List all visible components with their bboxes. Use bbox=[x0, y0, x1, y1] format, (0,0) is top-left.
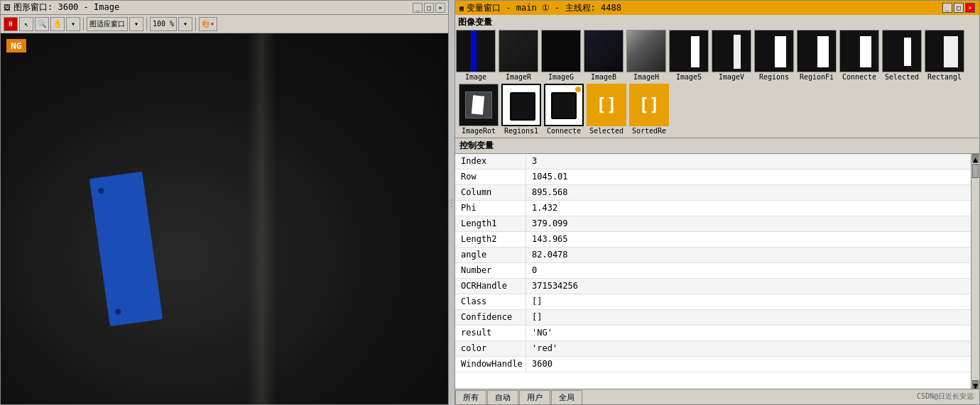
scroll-down-arrow[interactable]: ▼ bbox=[972, 380, 979, 389]
minimize-button[interactable]: _ bbox=[413, 3, 423, 13]
thumb-item-rectangl[interactable]: Rectangl bbox=[924, 30, 965, 81]
watermark: CSDN@日近长安远 bbox=[917, 392, 974, 401]
panel-divider[interactable] bbox=[449, 0, 454, 405]
thumb-img-imageH bbox=[626, 30, 666, 72]
var-value-class: [] bbox=[526, 294, 971, 309]
thumb-img-connecte2 bbox=[544, 84, 584, 126]
thumb-img-image bbox=[456, 30, 496, 72]
thumb-label-selected2: Selected bbox=[589, 127, 624, 135]
thumb-img-imageRot bbox=[459, 84, 499, 126]
var-name-length1: Length1 bbox=[455, 216, 526, 231]
thumb-label-imageV: ImageV bbox=[719, 73, 744, 81]
thumb-item-imageB[interactable]: ImageB bbox=[583, 30, 624, 81]
fit-dropdown[interactable]: ▾ bbox=[129, 17, 143, 31]
thumb-img-selected1 bbox=[882, 30, 922, 72]
right-minimize-button[interactable]: _ bbox=[942, 3, 952, 13]
right-maximize-button[interactable]: □ bbox=[954, 3, 964, 13]
var-row-confidence: Confidence [] bbox=[455, 310, 971, 326]
thumb-item-connecte2[interactable]: Connecte bbox=[543, 84, 584, 135]
thumb-item-imageRot[interactable]: ImageRot bbox=[458, 84, 499, 135]
thumb-label-imageS: ImageS bbox=[676, 73, 702, 81]
thumb-item-selected1[interactable]: Selected bbox=[881, 30, 922, 81]
thumb-item-selected2[interactable]: [] Selected bbox=[586, 84, 627, 135]
var-name-phi: Phi bbox=[455, 201, 526, 216]
zoom-display[interactable]: 100 % bbox=[150, 17, 177, 31]
thumb-label-image: Image bbox=[465, 73, 486, 81]
thumb-item-regions[interactable]: Regions bbox=[753, 30, 795, 81]
tab-user[interactable]: 用户 bbox=[519, 390, 550, 404]
var-value-row: 1045.01 bbox=[526, 170, 971, 184]
var-row-index: Index 3 bbox=[455, 154, 971, 170]
zoom-dropdown[interactable]: ▾ bbox=[178, 17, 192, 31]
right-window-title: 变量窗口 - main ① - 主线程: 4488 bbox=[467, 2, 621, 14]
thumb-item-imageR[interactable]: ImageR bbox=[498, 30, 539, 81]
thumb-img-imageV bbox=[712, 30, 751, 72]
thumb-label-regionFi: RegionFi bbox=[800, 73, 834, 81]
var-row-phi: Phi 1.432 bbox=[455, 201, 971, 216]
var-value-number: 0 bbox=[526, 263, 971, 278]
thumb-item-sortedRe[interactable]: [] SortedRe bbox=[628, 84, 670, 135]
thumb-img-regions1 bbox=[501, 84, 541, 126]
thumb-item-connecte1[interactable]: Connecte bbox=[839, 30, 880, 81]
thumb-img-selected2: [] bbox=[587, 84, 626, 126]
var-name-ocrhandle: OCRHandle bbox=[455, 279, 526, 294]
thumb-item-imageG[interactable]: ImageG bbox=[540, 30, 582, 81]
pointer-tool[interactable]: ↖ bbox=[19, 17, 33, 31]
var-name-angle: angle bbox=[455, 248, 526, 262]
tab-auto[interactable]: 自动 bbox=[487, 390, 518, 404]
separator3 bbox=[195, 18, 196, 30]
var-value-phi: 1.432 bbox=[526, 201, 971, 216]
more-tools[interactable]: ▾ bbox=[66, 17, 80, 31]
blue-component bbox=[89, 172, 162, 326]
var-name-class: Class bbox=[455, 294, 526, 309]
maximize-button[interactable]: □ bbox=[424, 3, 434, 13]
thumb-item-regionFi[interactable]: RegionFi bbox=[796, 30, 837, 81]
scrollbar[interactable]: ▲ ▼ bbox=[971, 154, 979, 389]
var-name-row: Row bbox=[455, 170, 526, 184]
var-value-color: 'red' bbox=[526, 341, 971, 356]
pan-tool[interactable]: ✋ bbox=[50, 17, 65, 31]
thumb-img-imageB bbox=[584, 30, 624, 72]
thumb-img-imageS bbox=[669, 30, 709, 72]
thumb-img-regionFi bbox=[797, 30, 837, 72]
thumb-item-regions1[interactable]: Regions1 bbox=[501, 84, 542, 135]
bottom-tabs: 所有 自动 用户 全局 CSDN@日近长安远 bbox=[455, 389, 979, 404]
thumb-item-imageH[interactable]: ImageH bbox=[626, 30, 667, 81]
separator2 bbox=[146, 18, 147, 30]
var-name-result: result bbox=[455, 326, 526, 340]
thumb-item-imageS[interactable]: ImageS bbox=[668, 30, 709, 81]
fit-window-btn[interactable]: 图适应窗口 bbox=[87, 17, 128, 31]
var-row-row: Row 1045.01 bbox=[455, 170, 971, 185]
right-win-controls: _ □ × bbox=[942, 3, 975, 13]
vars-table[interactable]: Index 3 Row 1045.01 Column 895.568 Phi 1… bbox=[455, 154, 971, 389]
tab-all[interactable]: 所有 bbox=[455, 390, 486, 404]
thumb-label-regions1: Regions1 bbox=[504, 127, 538, 135]
tab-global[interactable]: 全局 bbox=[551, 390, 582, 404]
var-name-index: Index bbox=[455, 154, 526, 169]
var-row-length1: Length1 379.099 bbox=[455, 216, 971, 232]
thumbnails-container: 图像变量 Image ImageR ImageG bbox=[455, 15, 979, 138]
var-value-result: 'NG' bbox=[526, 326, 971, 340]
var-value-angle: 82.0478 bbox=[526, 248, 971, 262]
close-button[interactable]: × bbox=[435, 3, 445, 13]
right-close-button[interactable]: × bbox=[965, 3, 975, 13]
var-value-length1: 379.099 bbox=[526, 216, 971, 231]
thumb-item-image[interactable]: Image bbox=[455, 30, 496, 81]
thumb-label-imageG: ImageG bbox=[548, 73, 574, 81]
var-name-windowhandle: WindowHandle bbox=[455, 357, 526, 372]
thumb-label-rectangl: Rectangl bbox=[927, 73, 962, 81]
thumb-item-imageV[interactable]: ImageV bbox=[711, 30, 752, 81]
thumb-label-imageRot: ImageRot bbox=[462, 127, 496, 135]
left-window-icon: 🖼 bbox=[4, 4, 11, 11]
image-display-area[interactable]: NG bbox=[1, 33, 448, 404]
scroll-up-arrow[interactable]: ▲ bbox=[972, 154, 979, 162]
zoom-tool[interactable]: 🔍 bbox=[35, 17, 49, 31]
var-value-column: 895.568 bbox=[526, 185, 971, 200]
var-name-color: color bbox=[455, 341, 526, 356]
thumbnails-row-2: ImageRot Regions1 Connecte [] bbox=[455, 84, 979, 138]
color-tool[interactable]: 🎨▾ bbox=[199, 17, 217, 31]
var-name-number: Number bbox=[455, 263, 526, 278]
halcon-icon[interactable]: H bbox=[4, 17, 18, 31]
right-title-bar: ▦ 变量窗口 - main ① - 主线程: 4488 _ □ × bbox=[455, 1, 979, 15]
scroll-thumb[interactable] bbox=[972, 164, 979, 178]
